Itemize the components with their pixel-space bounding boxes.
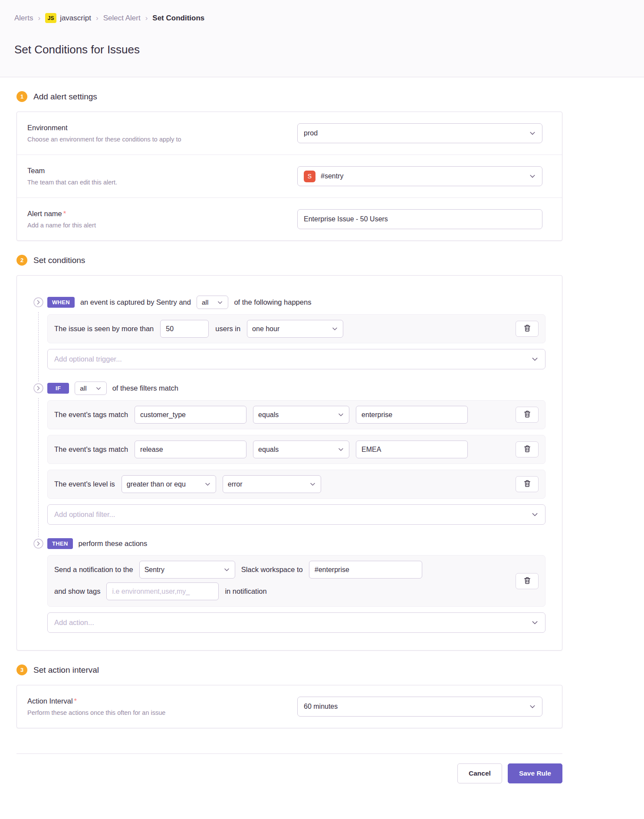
trash-icon	[523, 576, 531, 585]
if-match-value: all	[80, 385, 87, 392]
collapse-chevron-icon[interactable]	[33, 539, 43, 550]
then-heading: THEN perform these actions	[47, 537, 545, 550]
page-header: Alerts › JS javascript › Select Alert › …	[0, 0, 644, 77]
when-heading: WHEN an event is captured by Sentry and …	[47, 296, 545, 309]
environment-row-text: Environment Choose an environment for th…	[27, 124, 297, 143]
trash-icon	[523, 324, 531, 333]
condition-text: The issue is seen by more than	[54, 325, 154, 333]
alert-settings-card: Environment Choose an environment for th…	[16, 112, 562, 241]
add-action-select[interactable]: Add action...	[47, 612, 545, 633]
javascript-platform-icon: JS	[45, 13, 56, 23]
when-match-select[interactable]: all	[197, 296, 229, 309]
delete-filter-button[interactable]	[516, 441, 539, 457]
workspace-select[interactable]: Sentry	[139, 561, 235, 579]
slack-channel-input[interactable]	[309, 561, 422, 579]
team-label: Team	[27, 167, 280, 175]
environment-select[interactable]: prod	[297, 123, 542, 143]
team-select-value: #sentry	[321, 172, 343, 180]
when-badge: WHEN	[47, 297, 75, 308]
collapse-chevron-icon[interactable]	[33, 383, 43, 395]
if-match-select[interactable]: all	[75, 382, 107, 395]
chevron-down-icon	[204, 481, 211, 487]
trash-icon	[523, 480, 531, 489]
team-select[interactable]: S #sentry	[297, 166, 542, 186]
action-row: Send a notification to the Sentry Slack …	[47, 555, 545, 607]
tag-operator-select[interactable]: equals	[253, 406, 349, 424]
delete-action-button[interactable]	[516, 573, 539, 589]
environment-row: Environment Choose an environment for th…	[17, 112, 562, 155]
chevron-down-icon	[338, 411, 344, 418]
tag-value-input[interactable]	[356, 441, 468, 458]
if-rail	[29, 382, 47, 537]
alert-name-label: Alert name*	[27, 210, 280, 218]
action-interval-label: Action Interval*	[27, 697, 280, 705]
collapse-chevron-icon[interactable]	[33, 297, 43, 309]
section-title: Add alert settings	[33, 92, 97, 102]
breadcrumb-separator: ›	[38, 14, 40, 23]
breadcrumb-select-alert-link[interactable]: Select Alert	[103, 14, 141, 23]
chevron-down-icon	[217, 299, 223, 306]
step-connector-line	[38, 312, 39, 382]
show-tags-input[interactable]	[106, 582, 219, 600]
when-match-value: all	[202, 299, 209, 306]
add-trigger-select[interactable]: Add optional trigger...	[47, 349, 545, 369]
environment-select-value: prod	[304, 129, 318, 137]
workspace-value: Sentry	[145, 566, 164, 574]
team-row: Team The team that can edit this alert. …	[17, 155, 562, 198]
team-avatar: S	[304, 171, 315, 182]
section-title: Set conditions	[33, 256, 85, 265]
when-condition-row: The issue is seen by more than users in …	[47, 314, 545, 343]
action-interval-select[interactable]: 60 minutes	[297, 697, 542, 717]
time-interval-value: one hour	[252, 325, 279, 333]
level-value-select[interactable]: error	[223, 475, 321, 493]
add-filter-placeholder: Add optional filter...	[54, 510, 115, 519]
chevron-down-icon	[95, 385, 102, 391]
trash-icon	[523, 445, 531, 454]
then-badge: THEN	[47, 538, 73, 549]
when-text-before: an event is captured by Sentry and	[80, 298, 191, 306]
tag-key-input[interactable]	[135, 441, 246, 458]
breadcrumb-alerts-link[interactable]: Alerts	[14, 14, 33, 23]
then-block: THEN perform these actions Send a notifi…	[29, 537, 545, 633]
filter-row: The event's tags match equals	[47, 400, 545, 429]
delete-filter-button[interactable]	[516, 476, 539, 492]
delete-filter-button[interactable]	[516, 407, 539, 423]
condition-text: users in	[215, 325, 240, 333]
action-text: Slack workspace to	[241, 566, 303, 574]
breadcrumb-project-link[interactable]: JS javascript	[45, 13, 91, 23]
chevron-down-icon	[531, 355, 539, 363]
section-title: Set action interval	[33, 665, 99, 675]
if-block: IF all of these filters match The event'…	[29, 382, 545, 537]
tag-key-input[interactable]	[135, 406, 246, 424]
footer-actions: Cancel Save Rule	[16, 763, 562, 783]
delete-condition-button[interactable]	[516, 321, 539, 337]
team-help: The team that can edit this alert.	[27, 179, 280, 186]
breadcrumb: Alerts › JS javascript › Select Alert › …	[14, 13, 630, 23]
tag-value-input[interactable]	[356, 406, 468, 424]
action-text: in notification	[225, 587, 266, 595]
breadcrumb-project-label: javascript	[60, 14, 91, 23]
save-rule-button[interactable]: Save Rule	[508, 763, 562, 783]
cancel-button[interactable]: Cancel	[457, 763, 502, 783]
add-filter-select[interactable]: Add optional filter...	[47, 504, 545, 525]
main-content: 1 Add alert settings Environment Choose …	[0, 91, 579, 802]
breadcrumb-separator: ›	[145, 14, 148, 23]
if-badge: IF	[47, 383, 69, 394]
action-line-1: Send a notification to the Sentry Slack …	[54, 561, 539, 579]
if-heading: IF all of these filters match	[47, 382, 545, 395]
page-title: Set Conditions for Issues	[14, 43, 630, 56]
chevron-down-icon	[529, 173, 536, 180]
user-count-input[interactable]	[160, 320, 209, 338]
time-interval-select[interactable]: one hour	[247, 320, 343, 338]
team-row-text: Team The team that can edit this alert.	[27, 167, 297, 186]
alert-name-help: Add a name for this alert	[27, 222, 280, 229]
level-operator-select[interactable]: greater than or equ	[122, 475, 216, 493]
chevron-down-icon	[338, 446, 344, 453]
tag-operator-select[interactable]: equals	[253, 441, 349, 458]
if-text-after: of these filters match	[112, 384, 178, 392]
tag-operator-value: equals	[258, 411, 279, 419]
section-header-alert-settings: 1 Add alert settings	[16, 91, 579, 102]
action-interval-value: 60 minutes	[304, 703, 338, 710]
alert-name-input[interactable]	[297, 209, 542, 229]
chevron-down-icon	[529, 130, 536, 137]
